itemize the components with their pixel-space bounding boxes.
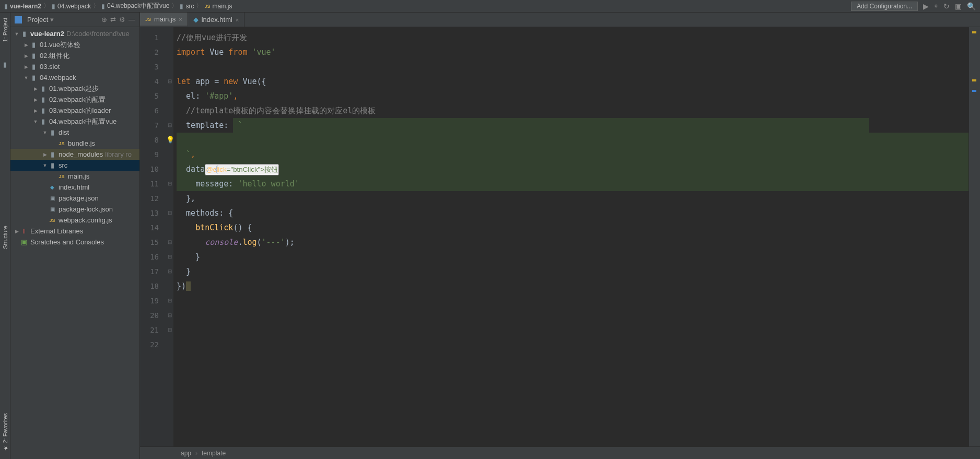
- fold-gutter[interactable]: ⊟⊟💡⊟⊟⊟⊟⊟⊟⊟⊟: [166, 27, 173, 446]
- line-number[interactable]: 2: [140, 45, 159, 60]
- fold-toggle[interactable]: ⊟: [166, 176, 173, 191]
- code-breadcrumb[interactable]: app › template: [140, 446, 980, 459]
- expand-icon[interactable]: ⇄: [110, 16, 116, 23]
- line-number[interactable]: 17: [140, 264, 159, 279]
- tree-item[interactable]: ▶▮01.webpack起步: [10, 83, 139, 94]
- fold-toggle[interactable]: [166, 279, 173, 293]
- fold-toggle[interactable]: [166, 60, 173, 74]
- fold-toggle[interactable]: [166, 103, 173, 118]
- editor-tab[interactable]: ◆index.html×: [188, 13, 245, 27]
- crumb[interactable]: app: [181, 450, 191, 457]
- tree-item[interactable]: ▣package-lock.json: [10, 204, 139, 215]
- line-number[interactable]: 9: [140, 147, 159, 162]
- line-number[interactable]: 22: [140, 337, 159, 352]
- scratches[interactable]: ▣Scratches and Consoles: [10, 237, 139, 248]
- tree-item[interactable]: ▶▮01.vue初体验: [10, 39, 139, 50]
- locate-icon[interactable]: ⊕: [101, 16, 107, 23]
- project-tree[interactable]: ▼▮vue-learn2D:\code\frontend\vue▶▮01.vue…: [10, 27, 139, 459]
- fold-toggle[interactable]: [166, 45, 173, 60]
- tree-item[interactable]: ▼▮04.webpack中配置vue: [10, 116, 139, 127]
- tree-item[interactable]: ▶▮03.webpack的loader: [10, 105, 139, 116]
- fold-toggle[interactable]: ⊟: [166, 250, 173, 264]
- tree-item[interactable]: JSwebpack.config.js: [10, 215, 139, 226]
- code-editor[interactable]: //使用vue进行开发import Vue from 'vue'let app …: [173, 27, 969, 446]
- tree-item[interactable]: ▼▮dist: [10, 127, 139, 138]
- line-number[interactable]: 3: [140, 60, 159, 74]
- fold-toggle[interactable]: [166, 89, 173, 103]
- tree-item[interactable]: ▶▮02.webpack的配置: [10, 94, 139, 105]
- fold-toggle[interactable]: ⊟: [166, 74, 173, 89]
- line-number[interactable]: 15: [140, 235, 159, 250]
- breadcrumb-item[interactable]: JS main.js: [204, 3, 232, 10]
- structure-tool-tab[interactable]: Structure: [1, 222, 9, 252]
- breadcrumb-label: 04.webpack: [57, 3, 91, 10]
- tree-item[interactable]: ▶▮02.组件化: [10, 50, 139, 61]
- line-number[interactable]: 13: [140, 206, 159, 220]
- run-icon[interactable]: ▶: [923, 2, 929, 10]
- line-number[interactable]: 16: [140, 250, 159, 264]
- editor-tab[interactable]: JSmain.js×: [140, 13, 188, 27]
- crumb[interactable]: template: [202, 450, 226, 457]
- warning-marker[interactable]: [972, 79, 976, 81]
- breadcrumb-item[interactable]: ▮04.webpack中配置vue: [101, 2, 169, 10]
- tree-item[interactable]: ▼▮04.webpack: [10, 72, 139, 83]
- line-number[interactable]: 21: [140, 323, 159, 337]
- tree-item[interactable]: ▶▮node_moduleslibrary ro: [10, 149, 139, 160]
- fold-toggle[interactable]: [166, 30, 173, 45]
- info-marker[interactable]: [972, 90, 976, 92]
- line-number[interactable]: 19: [140, 293, 159, 308]
- close-icon[interactable]: ×: [236, 17, 239, 23]
- tree-item[interactable]: ▶▮03.slot: [10, 61, 139, 72]
- line-number[interactable]: 5: [140, 89, 159, 103]
- error-stripe[interactable]: [969, 27, 980, 446]
- tree-item[interactable]: JSmain.js: [10, 171, 139, 182]
- fold-toggle[interactable]: ⊟: [166, 235, 173, 250]
- fold-toggle[interactable]: [166, 147, 173, 162]
- tree-root[interactable]: ▼▮vue-learn2D:\code\frontend\vue: [10, 28, 139, 39]
- line-number[interactable]: 8: [140, 133, 159, 147]
- external-libraries[interactable]: ▶⫴External Libraries: [10, 226, 139, 237]
- line-number[interactable]: 1: [140, 30, 159, 45]
- left-tool-strip: 1: Project ▮ Structure ★ 2: Favorites: [0, 13, 10, 459]
- line-number-gutter[interactable]: 12345678910111213141516171819202122: [140, 27, 166, 446]
- fold-toggle[interactable]: ⊟: [166, 323, 173, 337]
- favorites-tool-tab[interactable]: ★ 2: Favorites: [1, 410, 9, 455]
- settings-icon[interactable]: ▣: [955, 2, 962, 10]
- close-icon[interactable]: ×: [179, 16, 182, 22]
- tree-item[interactable]: JSbundle.js: [10, 138, 139, 149]
- fold-toggle[interactable]: [166, 191, 173, 206]
- stop-icon[interactable]: ↻: [943, 2, 950, 10]
- fold-toggle[interactable]: [166, 337, 173, 352]
- line-number[interactable]: 14: [140, 220, 159, 235]
- line-number[interactable]: 20: [140, 308, 159, 323]
- breadcrumb-item[interactable]: ▮04.webpack: [52, 3, 91, 10]
- line-number[interactable]: 10: [140, 162, 159, 176]
- line-number[interactable]: 6: [140, 103, 159, 118]
- tree-item[interactable]: ▣package.json: [10, 193, 139, 204]
- line-number[interactable]: 11: [140, 176, 159, 191]
- search-icon[interactable]: 🔍: [967, 2, 976, 10]
- breadcrumb-item[interactable]: ▮src: [180, 3, 194, 10]
- fold-toggle[interactable]: ⊟: [166, 264, 173, 279]
- breadcrumb-item[interactable]: ▮vue-learn2: [4, 3, 41, 10]
- minimize-icon[interactable]: —: [129, 16, 135, 23]
- project-tool-tab[interactable]: 1: Project: [1, 15, 9, 45]
- line-number[interactable]: 7: [140, 118, 159, 133]
- debug-icon[interactable]: ⌖: [934, 2, 938, 10]
- tree-item[interactable]: ◆index.html: [10, 182, 139, 193]
- fold-toggle[interactable]: ⊟: [166, 118, 173, 133]
- line-number[interactable]: 4: [140, 74, 159, 89]
- project-title[interactable]: Project ▾: [27, 16, 98, 23]
- fold-toggle[interactable]: ⊟: [166, 293, 173, 308]
- fold-toggle[interactable]: ⊟: [166, 206, 173, 220]
- line-number[interactable]: 12: [140, 191, 159, 206]
- warning-marker[interactable]: [972, 31, 976, 33]
- tree-item[interactable]: ▼▮src: [10, 160, 139, 171]
- fold-toggle[interactable]: [166, 220, 173, 235]
- fold-toggle[interactable]: 💡: [166, 133, 173, 147]
- gear-icon[interactable]: ⚙: [119, 16, 125, 23]
- line-number[interactable]: 18: [140, 279, 159, 293]
- add-configuration-button[interactable]: Add Configuration...: [851, 2, 918, 11]
- fold-toggle[interactable]: ⊟: [166, 308, 173, 323]
- fold-toggle[interactable]: [166, 162, 173, 176]
